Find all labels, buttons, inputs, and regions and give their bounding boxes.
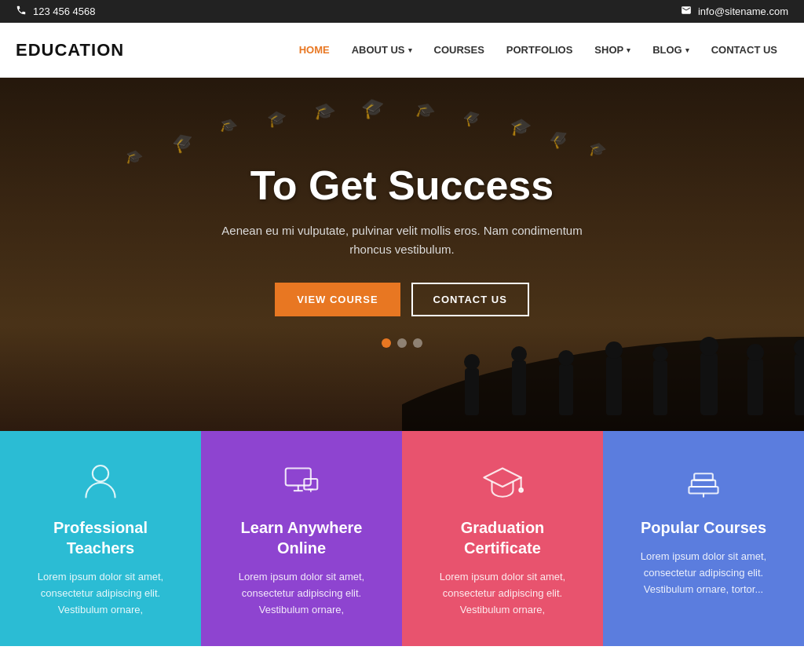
svg-rect-3: [512, 360, 526, 415]
chevron-down-icon: ▾: [627, 46, 630, 54]
features-section: ProfessionalTeachers Lorem ipsum dolor s…: [0, 431, 804, 646]
nav-link-about[interactable]: ABOUT US ▾: [341, 23, 423, 78]
feature-desc-online: Lorem ipsum dolor sit amet, consectetur …: [220, 569, 383, 618]
header: EDUCATION HOME ABOUT US ▾ COURSES PORTFO…: [0, 23, 804, 78]
nav-item-portfolios[interactable]: PORTFOLIOS: [495, 23, 584, 78]
hero-section: 🎓 🎓 🎓 🎓 🎓 🎓 🎓 🎓 🎓 🎓 🎓: [0, 78, 804, 431]
monitor-icon: [278, 459, 325, 506]
books-icon: [680, 459, 727, 506]
svg-marker-38: [484, 468, 521, 487]
feature-desc-graduation: Lorem ipsum dolor sit amet, consectetur …: [421, 569, 584, 618]
feature-card-courses: Popular Courses Lorem ipsum dolor sit am…: [603, 431, 804, 646]
phone-number: 123 456 4568: [33, 5, 96, 17]
svg-rect-42: [692, 480, 715, 487]
feature-title-graduation: GraduationCertificate: [461, 517, 545, 558]
svg-point-0: [402, 337, 804, 431]
feature-desc-teachers: Lorem ipsum dolor sit amet, consectetur …: [19, 569, 182, 618]
svg-rect-41: [689, 487, 718, 493]
hero-title: To Get Success: [221, 162, 582, 209]
chevron-down-icon: ▾: [408, 46, 412, 54]
nav-item-about[interactable]: ABOUT US ▾: [341, 23, 423, 78]
teacher-icon: [77, 459, 124, 506]
phone-icon: [16, 5, 27, 18]
nav-item-courses[interactable]: COURSES: [423, 23, 495, 78]
svg-point-10: [652, 346, 668, 362]
nav-item-contact[interactable]: CONTACT US: [700, 23, 788, 78]
svg-rect-13: [747, 359, 763, 415]
nav-item-blog[interactable]: BLOG ▾: [641, 23, 700, 78]
svg-point-40: [519, 488, 523, 492]
svg-rect-7: [606, 356, 622, 415]
svg-rect-32: [286, 468, 311, 485]
nav-link-courses[interactable]: COURSES: [423, 23, 495, 78]
feature-card-online: Learn AnywhereOnline Lorem ipsum dolor s…: [201, 431, 402, 646]
svg-point-8: [605, 341, 623, 359]
nav-link-shop[interactable]: SHOP ▾: [583, 23, 641, 78]
dot-1[interactable]: [382, 338, 391, 348]
svg-rect-9: [653, 360, 667, 415]
nav-item-shop[interactable]: SHOP ▾: [583, 23, 641, 78]
svg-point-2: [464, 354, 480, 370]
feature-title-courses: Popular Courses: [641, 517, 766, 538]
feature-card-teachers: ProfessionalTeachers Lorem ipsum dolor s…: [0, 431, 201, 646]
main-nav: HOME ABOUT US ▾ COURSES PORTFOLIOS SHOP …: [288, 23, 788, 78]
svg-point-4: [511, 346, 527, 362]
feature-card-graduation: GraduationCertificate Lorem ipsum dolor …: [402, 431, 603, 646]
feature-title-online: Learn AnywhereOnline: [241, 517, 363, 558]
svg-rect-1: [465, 368, 479, 415]
top-bar-right: info@sitename.com: [681, 5, 788, 18]
contact-us-button[interactable]: CONTACT US: [411, 283, 529, 316]
hero-dots: [221, 338, 582, 348]
nav-link-portfolios[interactable]: PORTFOLIOS: [495, 23, 584, 78]
hero-subtitle: Aenean eu mi vulputate, pulvinar velit m…: [221, 221, 582, 259]
nav-link-blog[interactable]: BLOG ▾: [641, 23, 700, 78]
view-course-button[interactable]: VIEW COURSE: [275, 283, 400, 316]
svg-rect-15: [795, 354, 804, 415]
svg-point-31: [93, 466, 108, 481]
nav-link-home[interactable]: HOME: [288, 23, 341, 78]
svg-point-6: [558, 350, 574, 366]
feature-desc-courses: Lorem ipsum dolor sit amet, consectetur …: [622, 549, 785, 597]
graduation-cap-icon: [479, 459, 526, 506]
dot-2[interactable]: [397, 338, 407, 348]
svg-rect-43: [694, 473, 713, 480]
site-logo[interactable]: EDUCATION: [16, 40, 124, 60]
svg-point-14: [747, 344, 764, 361]
nav-link-contact[interactable]: CONTACT US: [700, 23, 788, 78]
email-icon: [681, 5, 692, 18]
svg-point-12: [700, 337, 718, 356]
nav-item-home[interactable]: HOME: [288, 23, 341, 78]
svg-rect-11: [700, 352, 718, 415]
feature-title-teachers: ProfessionalTeachers: [53, 517, 148, 558]
dot-3[interactable]: [413, 338, 422, 348]
hero-buttons: VIEW COURSE CONTACT US: [221, 283, 582, 316]
svg-rect-5: [559, 364, 573, 415]
top-bar: 123 456 4568 info@sitename.com: [0, 0, 804, 23]
chevron-down-icon: ▾: [685, 46, 689, 54]
hero-content: To Get Success Aenean eu mi vulputate, p…: [221, 162, 582, 348]
email-address: info@sitename.com: [698, 5, 788, 17]
top-bar-left: 123 456 4568: [16, 5, 96, 18]
